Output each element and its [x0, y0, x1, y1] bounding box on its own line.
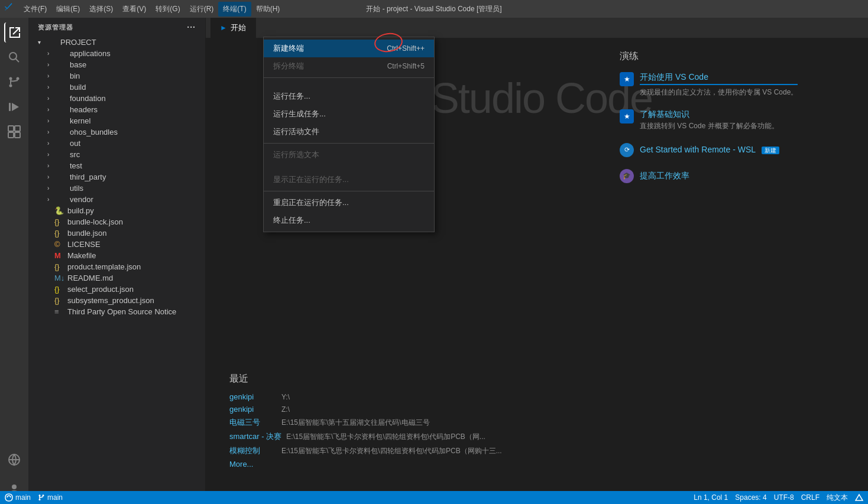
menu-split-terminal: 拆分终端 Ctrl+Shift+5 — [264, 57, 434, 75]
menu-view[interactable]: 查看(V) — [118, 2, 151, 17]
vscode-logo-icon — [5, 3, 14, 15]
menu-run-build-task[interactable]: 运行任务... — [264, 87, 434, 105]
window-title: 开始 - project - Visual Studio Code [管理员] — [366, 4, 501, 14]
menu-run[interactable]: 运行(R) — [185, 2, 219, 17]
menu-run-task[interactable] — [264, 80, 434, 87]
menu-item-label: 运行活动文件 — [273, 126, 319, 137]
menu-file[interactable]: 文件(F) — [19, 2, 51, 17]
menu-select[interactable]: 选择(S) — [85, 2, 118, 17]
menu-configure-default-build[interactable]: 终止任务... — [264, 212, 434, 229]
menu-configure-tasks[interactable]: 重启正在运行的任务... — [264, 194, 434, 212]
menu-terminate-task: 显示正在运行的任务... — [264, 171, 434, 188]
menu-shortcut: Ctrl+Shift+5 — [387, 62, 425, 70]
menu-goto[interactable]: 转到(G) — [151, 2, 184, 17]
context-menu: 新建终端 Ctrl+Shift++ 拆分终端 Ctrl+Shift+5 运行任务… — [263, 37, 435, 232]
menu-separator-3 — [264, 191, 434, 191]
menu-item-label: 运行所选文本 — [273, 149, 319, 160]
menu-edit[interactable]: 编辑(E) — [51, 2, 85, 17]
menu-item-label: 显示正在运行的任务... — [273, 174, 349, 185]
menu-item-label: 终止任务... — [273, 215, 310, 226]
menu-help[interactable]: 帮助(H) — [251, 2, 285, 17]
menu-item-label: 新建终端 — [273, 43, 304, 54]
menu-new-terminal[interactable]: 新建终端 Ctrl+Shift++ — [264, 40, 434, 57]
titlebar: 文件(F) 编辑(E) 选择(S) 查看(V) 转到(G) 运行(R) 终端(T… — [0, 0, 868, 18]
menu-separator-2 — [264, 143, 434, 144]
menu-item-label: 拆分终端 — [273, 61, 304, 71]
menu-separator — [264, 77, 434, 78]
titlebar-menu: 文件(F) 编辑(E) 选择(S) 查看(V) 转到(G) 运行(R) 终端(T… — [19, 2, 284, 17]
menu-run-active-file[interactable]: 运行生成任务... — [264, 105, 434, 123]
menu-item-label: 运行生成任务... — [273, 109, 326, 119]
menu-run-selected-text[interactable]: 运行活动文件 — [264, 123, 434, 141]
menu-terminal[interactable]: 终端(T) — [218, 2, 251, 17]
menu-shortcut: Ctrl+Shift++ — [387, 44, 425, 53]
menu-show-running-tasks: 运行所选文本 — [264, 146, 434, 164]
menu-item-label: 重启正在运行的任务... — [273, 197, 349, 208]
context-menu-overlay[interactable]: 新建终端 Ctrl+Shift++ 拆分终端 Ctrl+Shift+5 运行任务… — [0, 18, 868, 504]
menu-restart-running-task — [264, 164, 434, 171]
menu-item-label: 运行任务... — [273, 91, 310, 102]
